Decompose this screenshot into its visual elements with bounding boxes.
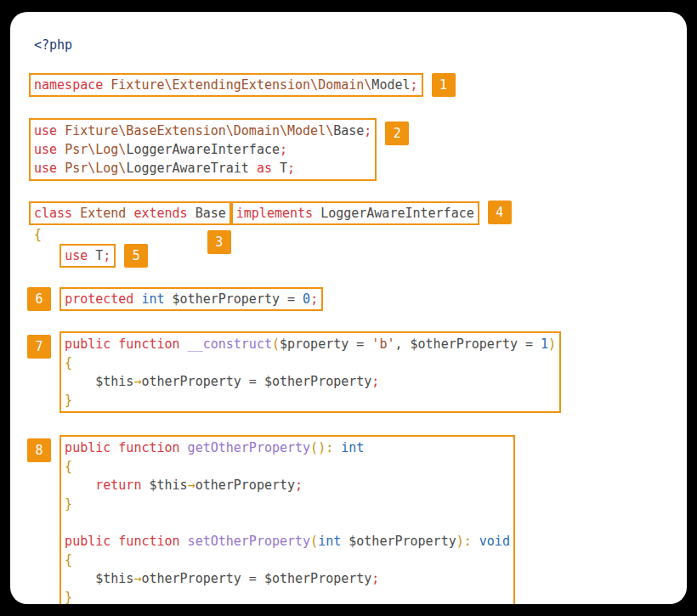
- code-blank-line: [34, 183, 666, 201]
- code-token-kw: function: [118, 336, 179, 352]
- code-token-id: [103, 77, 110, 93]
- annotation-badge-2: 2: [385, 122, 409, 145]
- code-token-id: T: [280, 161, 287, 176]
- code-card: <?phpnamespace Fixture\ExtendingExtensio…: [10, 12, 687, 604]
- code-line: public function __construct($property = …: [65, 335, 556, 353]
- code-blank-line: [34, 268, 666, 287]
- annotation-box-4: implements LoggerAwareInterface: [231, 201, 479, 225]
- annotation-badge-6: 6: [27, 287, 51, 311]
- code-token-id: =: [348, 336, 371, 352]
- code-token-kw: use: [34, 142, 57, 157]
- code-token-id: otherProperty: [196, 478, 295, 493]
- annotation-badge-7: 7: [27, 335, 51, 359]
- annotation-box-7: public function __construct($property = …: [60, 331, 561, 413]
- code-token-type: int: [318, 534, 341, 549]
- code-token-id: otherProperty: [141, 374, 241, 389]
- code-token-kw: use: [34, 161, 57, 176]
- code-token-kw: function: [118, 534, 179, 549]
- code-token-id: [165, 291, 173, 307]
- code-token-id: LoggerAwareInterface: [320, 206, 474, 221]
- code-token-fn: getOtherProperty: [188, 440, 311, 455]
- code-line: $this→otherProperty = $otherProperty;: [65, 372, 556, 391]
- code-token-fn: setOtherProperty: [188, 534, 311, 549]
- code-token-id: [313, 206, 320, 221]
- code-line: $this→otherProperty = $otherProperty;: [65, 569, 510, 588]
- code-token-id: [65, 571, 95, 586]
- php-code-block: <?phpnamespace Fixture\ExtendingExtensio…: [34, 36, 666, 604]
- code-blank-line: [34, 311, 666, 330]
- code-token-kw: extends: [133, 206, 187, 221]
- code-token-kw: public: [65, 336, 110, 352]
- code-line: use T;5: [34, 244, 666, 268]
- code-line: use Fixture\BaseExtension\Domain\Model\B…: [34, 122, 371, 140]
- code-token-str: 'b': [371, 336, 394, 352]
- code-token-type: 1: [541, 336, 548, 352]
- code-token-id: [110, 440, 118, 455]
- annotation-box-row: public function getOtherProperty(): int{…: [34, 433, 666, 605]
- code-token-kw: protected: [65, 291, 133, 307]
- code-token-id: [249, 161, 257, 176]
- code-token-type: void: [479, 534, 510, 549]
- code-token-id: $otherProperty: [173, 291, 280, 307]
- code-token-id: $property: [280, 336, 348, 352]
- code-token-id: [110, 534, 118, 549]
- code-token-ns: Extend: [80, 206, 126, 221]
- code-token-punc: (): [310, 440, 326, 455]
- code-token-type: 0: [303, 291, 310, 307]
- code-token-id: LoggerAwareInterface: [126, 142, 280, 157]
- code-token-kw: as: [257, 161, 272, 176]
- code-token-id: [57, 142, 65, 157]
- annotation-box-row: use Fixture\BaseExtension\Domain\Model\B…: [34, 116, 666, 183]
- code-line: }: [65, 494, 510, 513]
- code-token-punc: }: [65, 496, 72, 511]
- code-token-id: [333, 440, 341, 455]
- code-token-punc: {: [65, 552, 72, 568]
- code-line: use Psr\Log\LoggerAwareInterface;: [34, 140, 371, 159]
- code-token-punc: ): [456, 534, 464, 549]
- code-token-punc: →: [188, 478, 196, 493]
- code-token-kw: use: [65, 248, 88, 263]
- code-token-id: =: [241, 374, 264, 389]
- code-token-id: T: [88, 248, 103, 263]
- code-token-kw: ;: [364, 123, 371, 138]
- code-token-id: =: [518, 336, 541, 352]
- annotation-badge-4: 4: [488, 201, 512, 224]
- annotation-badge-5: 5: [124, 244, 148, 268]
- code-token-id: [57, 161, 65, 176]
- code-token-punc: {: [65, 459, 72, 474]
- code-token-id: [72, 206, 80, 221]
- code-token-kw: return: [95, 478, 141, 493]
- code-token-fn: __construct: [188, 336, 272, 352]
- annotation-box-8: public function getOtherProperty(): int{…: [60, 435, 515, 605]
- code-token-kw: ;: [371, 374, 379, 389]
- code-token-ns: Fixture\BaseExtension\Domain\Model\: [65, 123, 333, 138]
- code-token-ns: Psr\Log\: [65, 161, 126, 176]
- code-token-id: [402, 336, 410, 352]
- annotation-box-1: namespace Fixture\ExtendingExtension\Dom…: [29, 73, 423, 97]
- code-token-kw: ;: [411, 77, 418, 93]
- annotation-badge-1: 1: [432, 73, 456, 97]
- code-line: }: [65, 391, 556, 410]
- code-line: {: [65, 353, 556, 372]
- code-line: protected int $otherProperty = 0;6: [34, 287, 666, 311]
- code-token-id: $otherProperty: [411, 336, 518, 352]
- annotation-badge-3: 3: [207, 230, 231, 254]
- annotation-box-3: class Extend extends Base3: [29, 201, 231, 225]
- code-token-id: $this: [95, 374, 133, 389]
- code-line: return $this→otherProperty;: [65, 476, 510, 494]
- code-token-id: [180, 440, 188, 455]
- code-token-punc: (: [272, 336, 280, 352]
- code-token-id: [57, 123, 65, 138]
- code-token-kw: implements: [236, 206, 313, 221]
- code-token-kw: ;: [310, 291, 318, 307]
- code-token-kw: function: [118, 440, 179, 455]
- code-token-punc: :: [464, 534, 472, 549]
- code-blank-line: [34, 98, 666, 116]
- code-token-id: $otherProperty: [264, 571, 371, 586]
- annotation-box-6: protected int $otherProperty = 0;6: [60, 287, 323, 311]
- code-token-type: int: [141, 291, 164, 307]
- code-token-ns: Psr\Log\: [65, 142, 126, 157]
- code-token-kw: use: [34, 123, 57, 138]
- code-token-kw: namespace: [34, 77, 103, 93]
- code-line: use Psr\Log\LoggerAwareTrait as T;: [34, 159, 371, 178]
